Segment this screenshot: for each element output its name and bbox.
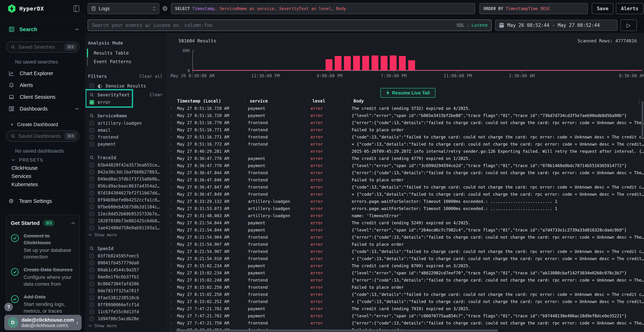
table-row[interactable]: ›May 27 8:36:47.844 AMfrontenderror{"err… <box>167 169 644 176</box>
row-expand-icon[interactable]: › <box>167 292 177 297</box>
facet-checkbox[interactable] <box>90 274 94 279</box>
horizontal-scrollbar[interactable] <box>176 330 498 332</box>
mode-lucene[interactable]: Lucene <box>472 22 488 28</box>
analysis-mode-event-patterns[interactable]: Event Patterns <box>87 57 167 66</box>
denoise-results-toggle[interactable]: ◐ Denoise Results <box>86 82 167 90</box>
facet-checkbox[interactable] <box>90 205 94 209</box>
facet-checkbox[interactable] <box>90 268 94 272</box>
row-expand-icon[interactable]: › <box>167 184 177 190</box>
sidebar-item-search[interactable]: Search <box>0 24 85 34</box>
saved-searches-input[interactable] <box>18 44 62 50</box>
column-header-body[interactable]: ⋮Body <box>352 98 644 104</box>
sidebar-collapse-icon[interactable] <box>73 5 80 12</box>
save-button[interactable]: Save <box>592 3 614 14</box>
table-row[interactable]: ›May 27 8:21:54.904 AMfrontenderror{"err… <box>167 234 644 241</box>
chevron-up-icon[interactable] <box>71 222 75 224</box>
facet-option[interactable]: ✓error <box>86 99 167 106</box>
show-more-button[interactable]: Show more <box>86 231 167 238</box>
row-expand-icon[interactable]: › <box>167 263 177 268</box>
facet-checkbox[interactable] <box>90 254 94 258</box>
vertical-scrollbar[interactable] <box>642 101 643 137</box>
facet-clear-button[interactable]: Clear <box>150 92 162 97</box>
table-row[interactable]: ›May 27 8:21:54.844 AMpaymenterror{"leve… <box>167 226 644 234</box>
user-menu[interactable]: D dale@clickhouse.com dale@clickhouse.co… <box>4 315 82 330</box>
table-row[interactable]: ›May 27 8:33:29.132 AMartillery-loadgene… <box>167 198 644 205</box>
histogram-bar[interactable] <box>399 56 406 70</box>
facet-option[interactable]: email <box>86 127 167 134</box>
facet-checkbox[interactable] <box>90 212 94 216</box>
sidebar-preset-kubernetes[interactable]: Kubernetes <box>0 180 85 188</box>
facet-checkbox[interactable] <box>90 316 94 321</box>
help-button[interactable]: ? <box>4 303 13 311</box>
sidebar-item-client-sessions[interactable]: Client Sessions <box>0 92 85 102</box>
row-expand-icon[interactable]: › <box>167 213 177 218</box>
table-row[interactable]: ›May 27 8:15:02.250 AMfrontenderror{"cod… <box>167 291 644 298</box>
facet-checkbox[interactable] <box>90 128 94 132</box>
table-row[interactable]: ›May 27 8:51:16.771 AMfrontenderror{"cod… <box>167 134 644 140</box>
order-by-input[interactable]: ORDER BY TimestampTime DESC <box>480 3 588 14</box>
facet-checkbox[interactable] <box>90 163 94 168</box>
histogram-bar[interactable] <box>381 56 388 70</box>
row-expand-icon[interactable]: › <box>167 285 177 290</box>
run-query-button[interactable]: ▷ <box>620 20 637 31</box>
alerts-button[interactable]: Alerts <box>616 3 644 14</box>
facet-checkbox[interactable] <box>90 218 94 223</box>
facet-option[interactable]: 049ed0ac3fdb1f3f15a0b0b… <box>86 176 167 182</box>
table-row[interactable]: ›May 27 8:21:54.907 AMfrontenderrorFaile… <box>167 241 644 248</box>
table-row[interactable]: ›May 27 7:47:21.702 AMpaymenterror{"leve… <box>167 312 644 320</box>
facet-checkbox[interactable] <box>90 226 94 230</box>
table-row[interactable]: ›May 27 8:51:16.770 AMfrontenderror{"err… <box>167 119 644 126</box>
facet-checkbox[interactable]: ✓ <box>90 100 94 105</box>
facet-checkbox[interactable] <box>90 198 94 202</box>
denoise-checkbox[interactable] <box>90 84 94 88</box>
row-expand-icon[interactable]: › <box>167 320 177 326</box>
row-expand-icon[interactable]: › <box>167 142 177 147</box>
column-drag-handle[interactable]: ⋮ <box>346 98 350 104</box>
source-select[interactable]: Logs <box>88 3 159 14</box>
facet-option[interactable]: 056cd9acbaac8637a4354a2… <box>86 182 167 190</box>
row-expand-icon[interactable]: › <box>167 249 177 254</box>
table-row[interactable]: ›May 27 8:36:47.770 AMpaymenterror{"leve… <box>167 162 644 169</box>
presets-toggle[interactable]: PRESETS <box>0 156 85 164</box>
table-row[interactable]: ›May 27 8:15:02.234 AMpaymenterrorThe cr… <box>167 262 644 270</box>
table-row[interactable]: ›May 27 8:15:02.248 AMfrontenderror{"err… <box>167 276 644 284</box>
facet-option[interactable]: 1d94f08c5acdb28e <box>86 315 167 322</box>
row-expand-icon[interactable]: › <box>167 170 177 175</box>
table-row[interactable]: ›May 27 8:51:16.720 AMpaymenterrorThe cr… <box>167 105 644 112</box>
facet-option[interactable]: 03b44828f42a3573ea655ce… <box>86 162 167 168</box>
row-expand-icon[interactable]: › <box>167 199 177 204</box>
histogram-bar[interactable] <box>408 60 415 70</box>
facet-option[interactable]: 0ae8e1f6c6b37fb1 <box>86 273 167 280</box>
facet-option[interactable]: 11c67fe55c0d13fd <box>86 308 167 315</box>
row-expand-icon[interactable]: › <box>167 127 177 132</box>
saved-dashboards-search[interactable]: ⌘K <box>6 130 79 142</box>
column-drag-handle[interactable]: ⋮ <box>242 98 247 104</box>
row-expand-icon[interactable]: › <box>167 270 177 276</box>
get-started-item[interactable]: Add DataStart sending logs, metrics, or … <box>11 294 75 314</box>
table-row[interactable]: ›May 27 8:21:54.910 AMfrontenderror× {"c… <box>167 255 644 262</box>
analysis-mode-results-table[interactable]: Results Table <box>87 49 167 57</box>
sidebar-item-alerts[interactable]: Alerts <box>0 80 85 90</box>
table-row[interactable]: ›May 27 8:36:47.849 AMfrontenderror× {"c… <box>167 191 644 198</box>
table-row[interactable]: ›May 27 8:36:47.846 AMfrontenderrorFaile… <box>167 176 644 184</box>
facet-option[interactable]: 12ec8dd52b60b9525733b7e… <box>86 210 167 217</box>
facet-option[interactable]: 0fbe680eb456750b2d1184c… <box>86 204 167 210</box>
sidebar-preset-clickhouse[interactable]: ClickHouse <box>0 164 85 172</box>
clear-all-filters-button[interactable]: Clear all <box>139 74 162 79</box>
row-expand-icon[interactable]: › <box>167 149 177 154</box>
facet-option[interactable]: 18287038b73e882425c64b8… <box>86 217 167 224</box>
row-expand-icon[interactable]: › <box>167 134 177 140</box>
facet-option[interactable]: 0c0667304fafd206 <box>86 280 167 287</box>
facet-checkbox[interactable] <box>90 184 94 188</box>
table-row[interactable]: ›May 27 8:15:02.252 AMfrontenderror× {"c… <box>167 298 644 305</box>
facet-checkbox[interactable] <box>90 302 94 307</box>
table-row[interactable]: ›May 27 8:51:16.771 AMfrontenderrorFaile… <box>167 126 644 134</box>
facet-checkbox[interactable] <box>90 142 94 146</box>
sidebar-item-dashboards[interactable]: Dashboards <box>0 104 85 114</box>
table-row[interactable]: ›May 27 8:15:02.234 AMpaymenterror{"leve… <box>167 270 644 276</box>
facet-option[interactable]: frontend <box>86 134 167 140</box>
table-row[interactable]: ›May 27 8:36:47.847 AMfrontenderror{"cod… <box>167 184 644 191</box>
column-header-service[interactable]: ⋮service <box>248 98 310 104</box>
get-started-item[interactable]: Create Data SourcesConfigure where your … <box>11 266 75 287</box>
select-query-input[interactable]: SELECTTimestamp, ServiceName as service,… <box>171 3 475 14</box>
